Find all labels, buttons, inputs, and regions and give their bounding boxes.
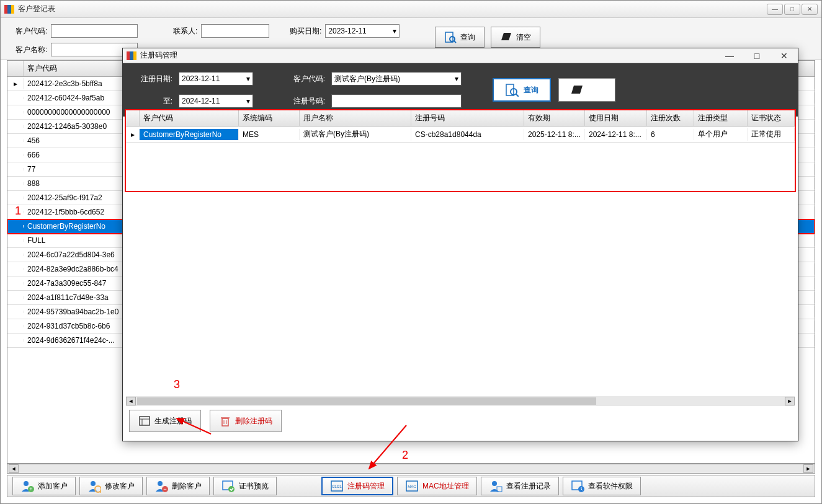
regcode-mgmt-button[interactable]: 0101 注册码管理: [321, 477, 393, 495]
scroll-left-button[interactable]: ◄: [126, 397, 136, 405]
customer-code-label: 客户代码:: [16, 26, 47, 37]
cell-username: 测试客户(By注册码): [300, 128, 411, 141]
reg-date-to-input[interactable]: 2024-12-11 ▾: [179, 94, 253, 108]
dialog-row-selector-header: [126, 110, 140, 126]
main-titlebar: 客户登记表 — □ ✕: [1, 1, 821, 18]
customer-name-label: 客户名称:: [16, 45, 47, 55]
reg-date-from-input[interactable]: 2023-12-11 ▾: [179, 72, 253, 86]
generate-regcode-button[interactable]: 生成注册码: [129, 410, 201, 432]
view-reg-icon: [489, 479, 503, 493]
dialog-scrollbar[interactable]: ◄ ►: [126, 396, 795, 406]
col-usedate[interactable]: 使用日期: [585, 110, 647, 126]
edit-user-icon: [87, 479, 101, 493]
svg-text:MAC: MAC: [408, 485, 416, 489]
purchase-date-input[interactable]: 2023-12-11 ▾: [325, 24, 400, 38]
clear-button[interactable]: 清空: [491, 27, 540, 48]
dialog-maximize-button[interactable]: □: [747, 51, 767, 61]
col-username[interactable]: 用户名称: [300, 110, 411, 126]
dialog-grid-row[interactable]: ▸ CustomerByRegisterNo MES 测试客户(By注册码) C…: [126, 126, 795, 143]
dialog-buttons: 查询 清空: [468, 78, 792, 102]
purchase-date-value: 2023-12-11: [328, 27, 366, 35]
row-indicator: [7, 97, 24, 99]
contact-input[interactable]: [201, 24, 269, 38]
svg-text:0101: 0101: [332, 484, 342, 489]
cust-code-dropdown[interactable]: 测试客户(By注册码) ▾: [331, 72, 462, 86]
window-controls: — □ ✕: [767, 4, 818, 15]
dialog-query-button[interactable]: 查询: [493, 78, 551, 102]
delete-customer-button[interactable]: − 删除客户: [146, 477, 210, 495]
row-indicator: [7, 139, 24, 142]
delete-regcode-label: 删除注册码: [235, 416, 272, 427]
view-perm-button[interactable]: 查看软件权限: [563, 477, 641, 495]
clear-label: 清空: [516, 32, 531, 43]
preview-icon: [221, 479, 235, 493]
purchase-date-label: 购买日期:: [290, 26, 321, 37]
row-selector-header: [7, 61, 24, 76]
customer-code-input[interactable]: [51, 24, 138, 38]
dialog-minimize-button[interactable]: —: [720, 51, 739, 61]
row-indicator: [7, 325, 24, 327]
calendar-icon: ▾: [246, 97, 250, 105]
query-label: 查询: [460, 32, 475, 43]
dialog-grid-header: 客户代码 系统编码 用户名称 注册号码 有效期 使用日期 注册次数 注册类型 证…: [126, 110, 795, 126]
row-indicator: [7, 111, 24, 113]
row-indicator: [7, 225, 24, 228]
mac-mgmt-button[interactable]: MAC MAC地址管理: [397, 477, 477, 495]
row-indicator: [7, 311, 24, 313]
dialog-close-button[interactable]: ✕: [774, 51, 794, 61]
cust-code-label: 客户代码:: [278, 74, 325, 84]
close-button[interactable]: ✕: [802, 4, 818, 15]
row-indicator: [7, 339, 24, 342]
svg-point-17: [228, 486, 235, 492]
svg-text:+: +: [29, 486, 32, 492]
dialog-clear-button[interactable]: 清空: [558, 78, 615, 102]
horizontal-scrollbar[interactable]: ◄ ►: [7, 464, 815, 474]
dialog-window-controls: — □ ✕: [720, 51, 794, 61]
regcode-icon: 0101: [330, 479, 344, 493]
cell-expiry: 2025-12-11 8:...: [524, 129, 585, 140]
dialog-clear-label: 清空: [589, 85, 604, 95]
reg-date-from-value: 2023-12-11: [182, 74, 220, 83]
col-expiry[interactable]: 有效期: [524, 110, 585, 126]
col-certstatus[interactable]: 证书状态: [748, 110, 795, 126]
col-count[interactable]: 注册次数: [647, 110, 694, 126]
svg-point-7: [24, 481, 29, 486]
dialog-filter: 注册日期: 2023-12-11 ▾ 客户代码: 测试客户(By注册码) ▾ 查…: [123, 63, 798, 117]
add-customer-button[interactable]: + 添加客户: [12, 477, 76, 495]
bottom-toolbar: + 添加客户 修改客户 − 删除客户 证书预览 0101 注册码管理 MAC M…: [7, 475, 815, 497]
scroll-thumb[interactable]: [137, 397, 596, 405]
reg-no-input[interactable]: [331, 94, 462, 108]
col-regtype[interactable]: 注册类型: [694, 110, 748, 126]
window-title: 客户登记表: [18, 4, 767, 14]
edit-customer-button[interactable]: 修改客户: [79, 477, 143, 495]
regcode-mgmt-label: 注册码管理: [347, 481, 385, 492]
cert-preview-button[interactable]: 证书预览: [213, 477, 277, 495]
scroll-right-button[interactable]: ►: [803, 464, 813, 473]
col-custcode[interactable]: 客户代码: [140, 110, 239, 126]
cust-code-value: 测试客户(By注册码): [334, 74, 400, 84]
col-syscode[interactable]: 系统编码: [239, 110, 300, 126]
cell-usedate: 2024-12-11 8:...: [585, 129, 647, 140]
svg-point-13: [158, 481, 163, 486]
annotation-3: 3: [174, 378, 180, 391]
row-indicator: [7, 268, 24, 270]
col-regno[interactable]: 注册号码: [411, 110, 524, 126]
row-indicator: ▸: [7, 78, 24, 89]
reg-date-to-value: 2024-12-11: [182, 97, 220, 105]
search-icon: [444, 31, 457, 43]
delete-regcode-button[interactable]: 删除注册码: [210, 410, 282, 432]
regcode-dialog: 注册码管理 — □ ✕ 注册日期: 2023-12-11 ▾ 客户代码: 测试客…: [122, 48, 798, 441]
maximize-button[interactable]: □: [784, 4, 800, 15]
row-indicator: [7, 197, 24, 199]
query-button[interactable]: 查询: [435, 27, 485, 48]
minimize-button[interactable]: —: [767, 4, 783, 15]
view-reg-button[interactable]: 查看注册记录: [481, 477, 559, 495]
dialog-grid: 客户代码 系统编码 用户名称 注册号码 有效期 使用日期 注册次数 注册类型 证…: [126, 110, 795, 191]
dialog-query-label: 查询: [524, 85, 538, 95]
add-customer-label: 添加客户: [38, 481, 68, 492]
scroll-right-button[interactable]: ►: [785, 397, 795, 405]
scroll-left-button[interactable]: ◄: [9, 464, 19, 473]
svg-marker-6: [501, 33, 511, 40]
svg-rect-36: [222, 418, 228, 426]
delete-user-icon: −: [154, 479, 168, 493]
